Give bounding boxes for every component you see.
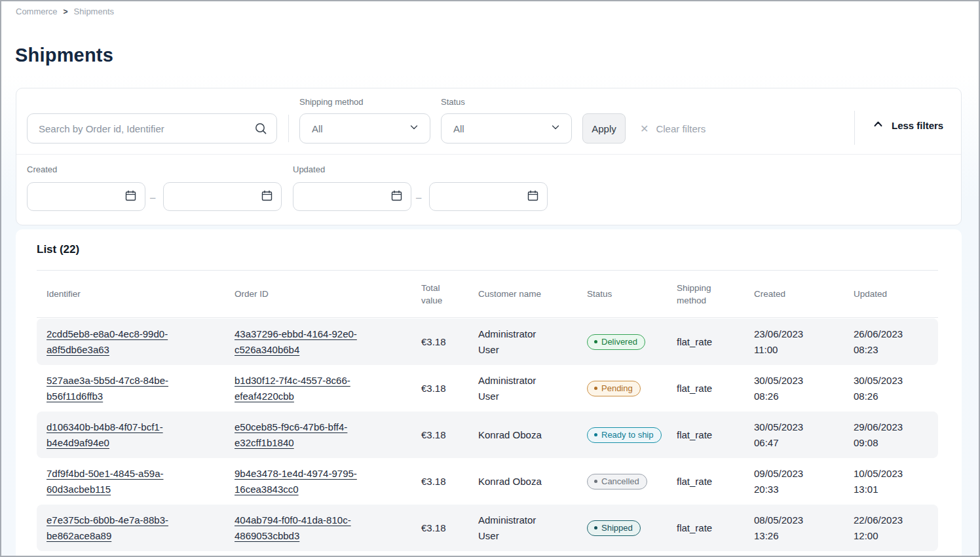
shipping-method: flat_rate [677, 336, 754, 347]
identifier-link[interactable]: d106340b-b4b8-4f07-bcf1-b4e4d9af94e0 [47, 419, 185, 451]
created-to-input[interactable] [163, 182, 282, 211]
col-identifier: Identifier [47, 288, 235, 300]
shipping-method: flat_rate [677, 383, 754, 394]
order-id-link[interactable]: b1d30f12-7f4c-4557-8c66-efeaf4220cbb [235, 373, 373, 404]
status-dot-icon [594, 433, 597, 436]
table-row: 2cdd5eb8-e8a0-4ec8-99d0-a8f5db6e3a63 43a… [37, 318, 938, 365]
order-id-link[interactable]: 43a37296-ebbd-4164-92e0-c526a340b6b4 [235, 326, 373, 358]
identifier-link[interactable]: e7e375cb-6b0b-4e7a-88b3-be862ace8a89 [47, 512, 185, 544]
identifier-link[interactable]: 2cdd5eb8-e8a0-4ec8-99d0-a8f5db6e3a63 [47, 326, 185, 358]
created-date: 09/05/2023 20:33 [754, 466, 820, 497]
search-input[interactable] [28, 123, 254, 134]
customer-name: Administrator User [478, 373, 552, 404]
chevron-up-icon [873, 119, 884, 132]
created-date: 08/05/2023 13:26 [754, 512, 820, 544]
less-filters-label: Less filters [892, 120, 943, 131]
col-shipping-method: Shipping method [677, 282, 719, 307]
status-badge: Pending [587, 381, 641, 396]
col-total-value: Total value [421, 282, 453, 307]
table-row: 7df9f4bd-50e1-4845-a59a-60d3acbeb115 9b4… [37, 458, 938, 505]
calendar-icon [390, 189, 403, 204]
identifier-link[interactable]: 527aae3a-5b5d-47c8-84be-b56f11d6ffb3 [47, 373, 185, 404]
updated-to-input[interactable] [429, 182, 548, 211]
total-value: €3.18 [421, 476, 478, 487]
col-customer-name: Customer name [478, 288, 587, 300]
customer-name: Konrad Oboza [478, 427, 552, 443]
status-dot-icon [594, 480, 597, 483]
col-order-id: Order ID [235, 288, 421, 300]
updated-date: 10/05/2023 13:01 [854, 466, 919, 497]
table-row: d106340b-b4b8-4f07-bcf1-b4e4d9af94e0 e50… [37, 412, 938, 458]
chevron-down-icon [550, 122, 561, 135]
breadcrumb-separator-icon: > [64, 7, 68, 16]
order-id-link[interactable]: 404ab794-f0f0-41da-810c-4869053cbbd3 [235, 512, 373, 544]
status-select[interactable]: All [441, 113, 572, 144]
updated-date: 22/06/2023 12:00 [854, 512, 919, 544]
order-id-link[interactable]: 9b4e3478-1e4d-4974-9795-16cea3843cc0 [235, 466, 373, 497]
breadcrumb-shipments[interactable]: Shipments [74, 7, 114, 16]
content-area: Shipping method All Status All Apply [1, 75, 979, 556]
search-icon[interactable] [254, 122, 267, 135]
filters-row-divider [16, 154, 961, 155]
status-value: All [453, 123, 464, 134]
created-from-input[interactable] [27, 182, 145, 211]
shipments-list-panel: List (22) Identifier Order ID Total valu… [16, 229, 962, 557]
clear-filters-label: Clear filters [656, 123, 706, 134]
col-created: Created [754, 288, 854, 300]
status-badge: Cancelled [587, 474, 647, 490]
created-date: 30/05/2023 06:47 [754, 419, 820, 451]
created-filter-label: Created [27, 164, 57, 174]
status-label: Status [441, 97, 465, 107]
breadcrumb-commerce[interactable]: Commerce [16, 7, 58, 16]
calendar-icon [261, 189, 273, 204]
search-box [27, 113, 277, 144]
created-date: 30/05/2023 08:26 [754, 373, 820, 404]
customer-name: Administrator User [478, 512, 552, 544]
created-date: 23/06/2023 11:00 [754, 326, 820, 358]
breadcrumb: Commerce > Shipments [16, 7, 114, 16]
updated-date: 30/05/2023 08:26 [854, 373, 919, 404]
shipping-method-value: All [312, 123, 323, 134]
filter-divider [288, 115, 289, 142]
status-dot-icon [594, 340, 597, 343]
shipments-page: Commerce > Shipments Shipments Shipping … [0, 0, 980, 557]
less-filters-toggle[interactable]: Less filters [873, 119, 943, 132]
range-dash: – [416, 191, 421, 202]
updated-filter-label: Updated [293, 164, 325, 174]
status-badge: Shipped [587, 520, 641, 536]
chevron-down-icon [409, 122, 419, 135]
status-dot-icon [594, 526, 597, 529]
clear-filters-button[interactable]: ✕ Clear filters [640, 120, 706, 137]
customer-name: Konrad Oboza [478, 474, 552, 490]
table-header: Identifier Order ID Total value Customer… [37, 271, 938, 318]
table-row: e7e375cb-6b0b-4e7a-88b3-be862ace8a89 404… [37, 505, 938, 551]
total-value: €3.18 [421, 383, 478, 394]
customer-name: Administrator User [478, 326, 552, 358]
updated-date: 29/06/2023 09:08 [854, 419, 919, 451]
calendar-icon [527, 189, 539, 204]
col-updated: Updated [854, 288, 938, 300]
total-value: €3.18 [421, 336, 478, 347]
close-icon: ✕ [640, 123, 649, 135]
list-title: List (22) [37, 243, 79, 256]
shipping-method: flat_rate [677, 429, 754, 440]
shipping-method: flat_rate [677, 476, 754, 487]
shipping-method: flat_rate [677, 522, 754, 533]
calendar-icon [124, 189, 137, 204]
range-dash: – [150, 191, 155, 202]
page-title: Shipments [15, 45, 113, 66]
status-badge: Delivered [587, 334, 645, 350]
apply-button[interactable]: Apply [582, 113, 626, 144]
identifier-link[interactable]: 7df9f4bd-50e1-4845-a59a-60d3acbeb115 [47, 466, 185, 497]
total-value: €3.18 [421, 429, 478, 440]
shipping-method-label: Shipping method [299, 97, 364, 107]
table-row: 527aae3a-5b5d-47c8-84be-b56f11d6ffb3 b1d… [37, 365, 938, 412]
total-value: €3.18 [421, 522, 478, 533]
updated-date: 26/06/2023 08:23 [854, 326, 919, 358]
updated-from-input[interactable] [293, 182, 411, 211]
filter-divider [854, 111, 855, 145]
status-badge: Ready to ship [587, 427, 662, 443]
shipping-method-select[interactable]: All [299, 113, 430, 144]
order-id-link[interactable]: e50ceb85-f9c6-47b6-bff4-e32cff1b1840 [235, 419, 373, 451]
table-body: 2cdd5eb8-e8a0-4ec8-99d0-a8f5db6e3a63 43a… [37, 318, 938, 551]
